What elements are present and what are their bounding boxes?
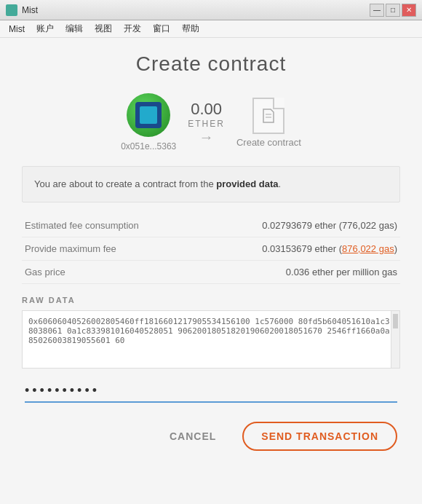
fee-row-gas-price: Gas price 0.036 ether per million gas xyxy=(22,261,400,284)
raw-data-box[interactable]: 0x60606040526002805460ff1816601217905534… xyxy=(22,310,400,369)
contract-icon xyxy=(252,98,284,134)
window-content: Create contract 0x051e...5363 0.00 ETHER… xyxy=(0,38,422,504)
raw-data-content: 0x60606040526002805460ff1816601217905534… xyxy=(28,317,390,345)
menubar: Mist 账户 编辑 视图 开发 窗口 帮助 xyxy=(0,20,422,38)
menu-item-view[interactable]: 视图 xyxy=(89,21,118,36)
app-icon xyxy=(6,4,17,16)
max-fee-value: 0.03153679 ether (876,022 gas) xyxy=(262,243,397,254)
send-transaction-button[interactable]: SEND TRANSACTION xyxy=(242,422,397,451)
dialog: Create contract 0x051e...5363 0.00 ETHER… xyxy=(0,38,422,504)
titlebar: Mist — □ ✕ xyxy=(0,0,422,20)
estimated-fee-value: 0.02793679 ether (776,022 gas) xyxy=(262,220,397,231)
dest-label: Create contract xyxy=(236,137,301,148)
menu-item-window[interactable]: 窗口 xyxy=(147,21,176,36)
menu-item-dev[interactable]: 开发 xyxy=(118,21,147,36)
gas-price-label: Gas price xyxy=(25,267,65,277)
button-row: CANCEL SEND TRANSACTION xyxy=(22,414,400,458)
fee-row-estimated: Estimated fee consumption 0.02793679 eth… xyxy=(22,214,400,237)
avatar xyxy=(127,93,170,137)
fee-table: Estimated fee consumption 0.02793679 eth… xyxy=(22,214,400,284)
from-address: 0x051e...5363 xyxy=(121,141,176,151)
window-title: Mist xyxy=(22,5,370,15)
max-fee-gas-link[interactable]: 876,022 gas xyxy=(342,243,394,254)
transaction-amount: 0.00 ETHER → xyxy=(188,100,225,146)
transaction-destination: Create contract xyxy=(236,98,301,148)
minimize-button[interactable]: — xyxy=(370,4,384,17)
password-input[interactable] xyxy=(25,380,397,403)
gas-price-value: 0.036 ether per million gas xyxy=(286,267,397,277)
scrollbar-thumb xyxy=(393,314,398,328)
menu-item-accounts[interactable]: 账户 xyxy=(31,21,60,36)
info-section: You are about to create a contract from … xyxy=(22,166,400,202)
content-area[interactable]: Create contract 0x051e...5363 0.00 ETHER… xyxy=(0,38,422,504)
cancel-button[interactable]: CANCEL xyxy=(158,425,228,448)
arrow-icon: → xyxy=(199,129,214,146)
password-section xyxy=(22,380,400,403)
fee-row-maximum: Provide maximum fee 0.03153679 ether (87… xyxy=(22,237,400,261)
transaction-visual: 0x051e...5363 0.00 ETHER → Cr xyxy=(22,93,400,151)
estimated-fee-label: Estimated fee consumption xyxy=(25,220,139,231)
menu-item-mist[interactable]: Mist xyxy=(3,23,31,36)
amount-value: 0.00 xyxy=(191,100,222,119)
dialog-title: Create contract xyxy=(22,52,400,76)
raw-data-section: RAW DATA 0x60606040526002805460ff1816601… xyxy=(22,296,400,369)
raw-data-scrollbar[interactable] xyxy=(391,311,399,368)
amount-unit: ETHER xyxy=(188,119,225,129)
maximize-button[interactable]: □ xyxy=(386,4,400,17)
close-button[interactable]: ✕ xyxy=(402,4,416,17)
menu-item-help[interactable]: 帮助 xyxy=(176,21,205,36)
raw-data-label: RAW DATA xyxy=(22,296,400,304)
menu-item-edit[interactable]: 编辑 xyxy=(60,21,89,36)
window-controls: — □ ✕ xyxy=(370,4,416,17)
max-fee-label: Provide maximum fee xyxy=(25,243,116,254)
info-text: You are about to create a contract from … xyxy=(34,177,388,192)
